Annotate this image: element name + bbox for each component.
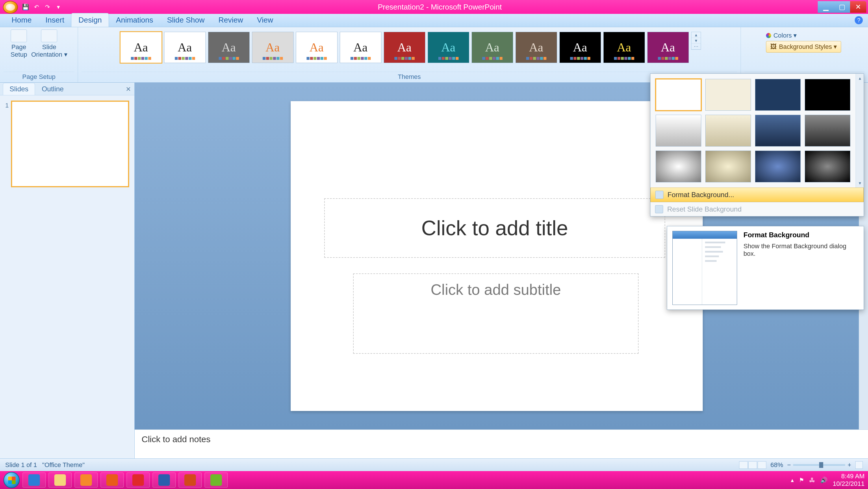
page-setup-button[interactable]: Page Setup [10,29,27,58]
status-theme: "Office Theme" [42,461,85,469]
zoom-label: 68% [770,461,783,469]
system-tray: ▴ ⚑ 🖧 🔊 8:49 AM 10/22/2011 [791,472,865,488]
title-bar: 💾 ↶ ↷ ▾ Presentation2 - Microsoft PowerP… [0,0,868,14]
format-background-menu-item[interactable]: Format Background... [650,188,864,202]
minimize-button[interactable]: ▁ [818,1,834,13]
taskbar-word[interactable] [153,472,176,488]
theme-thumb-oriel[interactable]: Aa [647,32,689,63]
theme-aa-icon: Aa [222,40,236,54]
bg-style-4[interactable] [805,79,850,111]
tray-flag-icon[interactable]: ⚑ [799,477,804,484]
bg-style-3[interactable] [755,79,801,111]
bg-style-7[interactable] [755,115,801,147]
tab-view[interactable]: View [250,13,280,27]
slides-tab[interactable]: Slides [3,83,35,95]
theme-thumb-concourse[interactable]: Aa [296,32,338,63]
bg-dropdown-scrollbar[interactable]: ▴▾ [856,74,864,188]
background-styles-icon: 🖼 [770,43,777,51]
background-styles-button[interactable]: 🖼 Background Styles ▾ [766,41,841,53]
qat-more-icon[interactable]: ▾ [55,3,62,10]
normal-view-button[interactable] [739,461,748,469]
bg-style-9[interactable] [656,151,701,182]
theme-thumb-aspect[interactable]: Aa [208,32,250,63]
bg-style-1[interactable] [656,79,701,111]
notes-pane[interactable]: Click to add notes [135,429,868,458]
tray-volume-icon[interactable]: 🔊 [820,477,828,484]
theme-thumb-civic[interactable]: Aa [252,32,293,63]
tab-insert[interactable]: Insert [38,13,71,27]
bg-style-2[interactable] [705,79,751,111]
word-icon [158,474,170,486]
colors-button[interactable]: Colors ▾ [766,32,841,39]
bg-style-11[interactable] [755,151,801,182]
bg-style-6[interactable] [705,115,751,147]
tooltip-body: Show the Format Background dialog box. [743,242,859,257]
theme-aa-icon: Aa [617,40,631,54]
zoom-out-icon[interactable]: − [787,461,791,469]
save-icon[interactable]: 💾 [22,3,29,10]
office-button[interactable] [3,1,18,13]
taskbar-explorer[interactable] [49,472,72,488]
outline-tab[interactable]: Outline [35,83,70,95]
maximize-button[interactable]: ▢ [834,1,850,13]
undo-icon[interactable]: ↶ [33,3,40,10]
tab-slideshow[interactable]: Slide Show [160,13,212,27]
themes-gallery: AaAaAaAaAaAaAaAaAaAaAaAaAa▴▾⋯ [118,29,701,72]
theme-thumb-module[interactable]: Aa [559,32,601,63]
theme-thumb-opulent[interactable]: Aa [603,32,645,63]
colors-icon [766,33,771,38]
theme-thumb-median[interactable]: Aa [471,32,513,63]
start-button[interactable] [3,472,20,488]
clock[interactable]: 8:49 AM 10/22/2011 [833,472,865,488]
theme-thumb-foundry[interactable]: Aa [428,32,469,63]
group-themes: AaAaAaAaAaAaAaAaAaAaAaAaAa▴▾⋯ Themes [78,27,741,82]
panel-close-icon[interactable]: ✕ [126,86,131,93]
taskbar-powerpoint[interactable] [179,472,202,488]
theme-aa-icon: Aa [573,40,587,54]
theme-thumb-apex[interactable]: Aa [164,32,206,63]
bg-style-10[interactable] [705,151,751,182]
view-buttons [739,461,766,469]
fit-to-window-button[interactable] [855,461,863,469]
theme-thumb-metro[interactable]: Aa [516,32,557,63]
slideshow-view-button[interactable] [757,461,766,469]
slide-orientation-button[interactable]: Slide Orientation ▾ [31,29,67,58]
firefox-icon [106,474,118,486]
taskbar-media[interactable] [74,472,98,488]
theme-thumb-office[interactable]: Aa [120,32,162,63]
theme-aa-icon: Aa [266,40,280,54]
title-placeholder[interactable]: Click to add title [324,198,665,258]
sorter-view-button[interactable] [748,461,757,469]
format-background-tooltip: Format Background Show the Format Backgr… [667,226,864,310]
bg-style-12[interactable] [805,151,850,182]
theme-thumb-equity[interactable]: Aa [340,32,381,63]
status-bar: Slide 1 of 1 "Office Theme" 68% − + [0,458,868,471]
ie-icon [28,474,40,486]
bg-style-5[interactable] [656,115,701,147]
close-button[interactable]: ✕ [850,1,866,13]
slide-panel-tabs: Slides Outline ✕ [0,83,134,95]
themes-more-button[interactable]: ▴▾⋯ [691,32,701,50]
tray-network-icon[interactable]: 🖧 [809,477,815,484]
tab-review[interactable]: Review [212,13,250,27]
slide[interactable]: Click to add title Click to add subtitle [291,101,703,411]
taskbar-skype[interactable] [127,472,150,488]
status-slide: Slide 1 of 1 [5,461,37,469]
taskbar-other[interactable] [205,472,228,488]
thumb-number: 1 [5,100,9,109]
bg-style-8[interactable] [805,115,850,147]
taskbar-ie[interactable] [23,472,45,488]
redo-icon[interactable]: ↷ [44,3,51,10]
slide-thumbnail-1[interactable] [11,100,129,187]
tab-animations[interactable]: Animations [109,13,160,27]
powerpoint-icon [184,474,196,486]
help-icon[interactable]: ? [855,16,863,24]
subtitle-placeholder[interactable]: Click to add subtitle [353,273,639,354]
zoom-slider[interactable]: − + [787,461,851,469]
tab-design[interactable]: Design [71,13,109,27]
zoom-in-icon[interactable]: + [847,461,851,469]
tab-home[interactable]: Home [5,13,38,27]
theme-thumb-flow[interactable]: Aa [384,32,425,63]
taskbar-firefox[interactable] [100,472,124,488]
tray-arrow-icon[interactable]: ▴ [791,477,794,484]
